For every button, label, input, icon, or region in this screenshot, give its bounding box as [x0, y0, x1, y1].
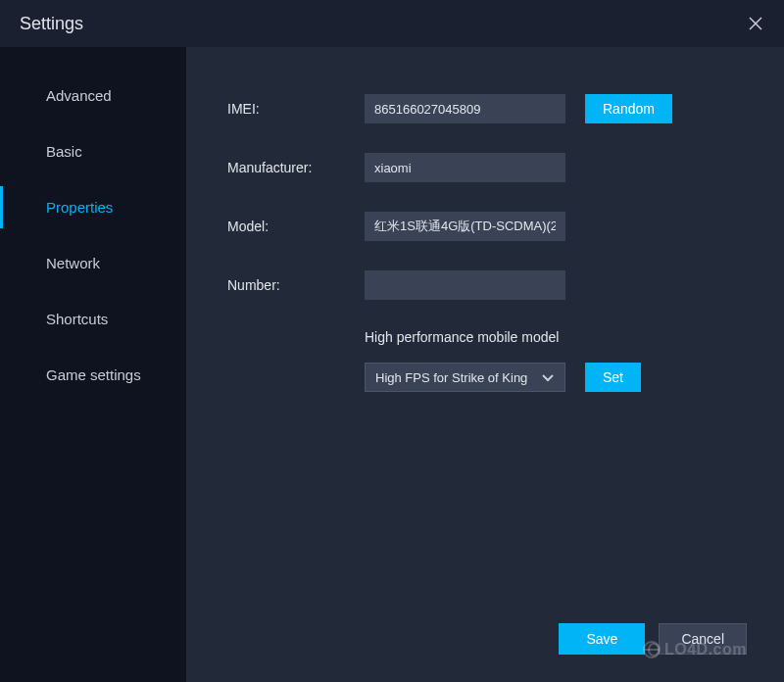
- row-model: Model:: [227, 212, 764, 241]
- imei-field[interactable]: [365, 94, 565, 123]
- sidebar-item-network[interactable]: Network: [0, 242, 186, 284]
- close-icon[interactable]: [747, 15, 764, 32]
- label-imei: IMEI:: [227, 101, 365, 117]
- settings-window: Settings Advanced Basic Properties Netwo…: [0, 0, 784, 682]
- manufacturer-field[interactable]: [365, 153, 565, 182]
- label-number: Number:: [227, 277, 365, 293]
- number-field[interactable]: [365, 270, 565, 300]
- perf-select-value: High FPS for Strike of King: [375, 370, 527, 385]
- row-perf-select: High FPS for Strike of King Set: [365, 363, 764, 392]
- sidebar: Advanced Basic Properties Network Shortc…: [0, 47, 186, 682]
- sidebar-item-game-settings[interactable]: Game settings: [0, 354, 186, 396]
- footer-buttons: Save Cancel: [559, 623, 747, 655]
- sidebar-item-basic[interactable]: Basic: [0, 130, 186, 172]
- label-model: Model:: [227, 219, 365, 234]
- row-imei: IMEI: Random: [227, 94, 764, 123]
- label-manufacturer: Manufacturer:: [227, 160, 365, 175]
- set-button[interactable]: Set: [585, 363, 641, 392]
- save-button[interactable]: Save: [559, 623, 645, 655]
- sidebar-item-advanced[interactable]: Advanced: [0, 74, 186, 117]
- sidebar-item-properties[interactable]: Properties: [0, 186, 186, 228]
- model-field[interactable]: [365, 212, 565, 241]
- sidebar-item-shortcuts[interactable]: Shortcuts: [0, 298, 186, 340]
- titlebar: Settings: [0, 0, 784, 47]
- chevron-down-icon: [541, 372, 555, 382]
- window-title: Settings: [20, 14, 83, 34]
- window-body: Advanced Basic Properties Network Shortc…: [0, 47, 784, 682]
- cancel-button[interactable]: Cancel: [659, 623, 747, 655]
- content-pane: IMEI: Random Manufacturer: Model: Number…: [186, 47, 784, 682]
- row-manufacturer: Manufacturer:: [227, 153, 764, 182]
- perf-model-select[interactable]: High FPS for Strike of King: [365, 363, 565, 392]
- perf-section-label: High performance mobile model: [365, 329, 764, 345]
- random-button[interactable]: Random: [585, 94, 672, 123]
- row-number: Number:: [227, 270, 764, 300]
